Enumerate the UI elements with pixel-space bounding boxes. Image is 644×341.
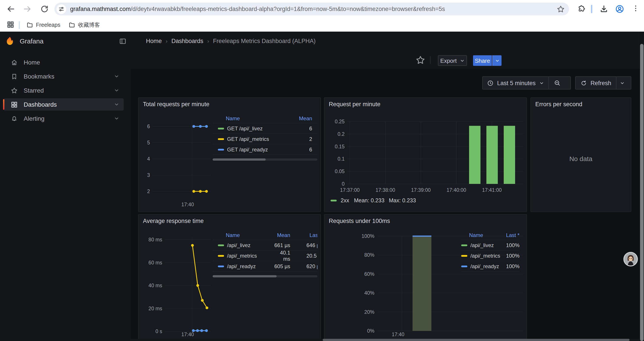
sidebar-item-bookmarks[interactable]: Bookmarks [4,70,124,83]
legend-series[interactable]: /api/_livez [212,242,272,248]
bookmark-folder-freeleaps[interactable]: Freeleaps [26,20,60,30]
sidebar-item-alerting[interactable]: Alerting [4,112,124,125]
home-icon [10,59,18,66]
bookmark-star-icon[interactable] [556,5,565,14]
sidebar-toggle-icon[interactable] [119,37,127,45]
y-axis-label: 100% [362,233,374,239]
data-point[interactable] [192,125,195,128]
data-point[interactable] [205,329,208,332]
share-button[interactable]: Share [473,55,492,66]
chevron-down-icon [620,81,625,85]
vertical-scrollbar-thumb[interactable] [640,44,644,341]
browser-menu-icon[interactable] [632,5,640,14]
back-icon[interactable] [6,5,15,14]
legend-series[interactable]: /api/_readyz [212,263,272,269]
data-point[interactable] [199,190,202,193]
refresh-interval-button[interactable] [616,77,628,89]
data-point[interactable] [192,190,195,193]
legend-series[interactable]: GET /api/_metrics [212,136,272,142]
legend-col-name[interactable]: Name [212,232,272,238]
sidebar-item-starred[interactable]: Starred [4,84,124,97]
chevron-down-icon[interactable] [114,102,119,107]
legend-scrollbar-thumb[interactable] [212,275,277,277]
sidebar-item-dashboards[interactable]: Dashboards [4,98,124,111]
bookmark-icon [10,73,18,80]
panel-request-per-minute: Request per minute 0.250.20.150.10.05017… [324,97,527,212]
download-icon[interactable] [599,5,608,14]
legend-series[interactable]: 2xx [341,197,349,204]
legend-col-name[interactable]: Name [212,115,272,121]
y-axis-label: 80 ms [148,237,162,242]
data-point[interactable] [191,244,194,247]
url-bar[interactable]: grafana.mathmast.com/d/deytv4rwavabkb/fr… [54,3,569,15]
data-point[interactable] [205,190,208,193]
legend-row: /api/_metrics 40.1 ms 20.5 ms [212,251,318,261]
chevron-down-icon [460,58,465,63]
export-button[interactable]: Export [438,55,467,66]
reload-icon[interactable] [40,5,49,14]
profile-icon[interactable] [615,5,624,14]
y-axis-label: 20 ms [148,306,162,311]
favorite-star-icon[interactable] [415,55,426,65]
legend-series[interactable]: /api/_metrics [461,253,501,259]
chevron-down-icon[interactable] [114,74,119,79]
star-icon [10,87,18,94]
bar[interactable] [469,126,480,184]
zoom-out-button[interactable] [549,77,566,89]
sidebar-item-home[interactable]: Home [4,56,124,69]
x-axis-label: 17:41:00 [482,187,502,193]
bookmark-folder-blogs[interactable]: 收藏博客 [68,20,100,30]
sidebar: Home Bookmarks Starred Dashboards [0,51,131,341]
legend-series[interactable]: /api/_livez [461,242,501,248]
breadcrumb-home[interactable]: Home [146,38,162,44]
legend-col-last[interactable]: Last * [290,232,318,238]
legend-scrollbar-thumb[interactable] [212,158,266,161]
data-point[interactable] [200,329,203,332]
sidebar-item-label: Home [24,59,40,66]
legend-last-value: 100% [501,263,520,269]
chevron-down-icon[interactable] [114,88,119,93]
data-point[interactable] [205,125,208,128]
legend-col-mean[interactable]: Mean [272,115,318,121]
horizontal-scrollbar-thumb[interactable] [323,339,630,341]
bookmark-folder-label: Freeleaps [36,22,60,28]
series-swatch [218,244,224,246]
data-point[interactable] [192,329,195,332]
sidebar-item-label: Dashboards [24,101,57,108]
legend-series[interactable]: /api/_readyz [461,263,501,269]
forward-icon[interactable] [23,5,32,14]
panel-errors-per-second: Errors per second No data [530,97,631,212]
apps-grid-icon[interactable] [6,21,14,29]
legend-col-last[interactable]: Last * [501,232,520,238]
bar[interactable] [504,126,515,184]
x-axis-label: 17:39:00 [411,187,431,193]
legend-series[interactable]: GET /api/_livez [212,125,272,131]
legend-col-mean[interactable]: Mean [272,232,290,238]
data-point[interactable] [206,306,208,309]
data-point[interactable] [196,329,199,332]
floating-assistant-avatar[interactable] [624,252,638,266]
refresh-button[interactable]: Refresh [576,77,616,89]
legend-series[interactable]: /api/_metrics [212,253,272,259]
time-range-picker[interactable]: Last 5 minutes [483,77,548,89]
legend-series[interactable]: GET /api/_readyz [212,146,272,153]
data-point[interactable] [196,284,199,287]
bar[interactable] [486,126,498,184]
data-point[interactable] [199,125,202,128]
legend-row: /api/_metrics 100% [461,251,520,261]
export-label: Export [440,57,456,64]
site-settings-icon[interactable] [56,4,66,14]
legend-col-name[interactable]: Name [461,232,501,238]
grafana-logo[interactable] [5,37,14,46]
share-menu-button[interactable] [492,55,502,66]
bar[interactable] [412,236,432,331]
extensions-icon[interactable] [577,5,586,13]
url-domain: grafana.mathmast.com [70,6,131,12]
data-point[interactable] [201,299,204,302]
chevron-down-icon[interactable] [114,116,119,121]
dashboard-actions-bar: Export Share [131,51,644,69]
time-range-label: Last 5 minutes [497,80,536,86]
panel-title[interactable]: Errors per second [535,101,582,108]
legend-row: /api/_livez 100% [461,240,520,251]
breadcrumb-dashboards[interactable]: Dashboards [172,38,204,44]
